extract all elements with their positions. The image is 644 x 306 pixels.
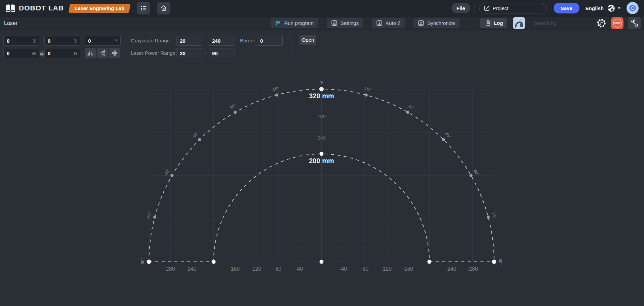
flip-horizontal-icon (87, 50, 94, 56)
center-object-button[interactable] (109, 48, 120, 58)
svg-text:0°: 0° (320, 81, 324, 85)
globe-icon[interactable] (607, 4, 615, 12)
auto-z-icon (376, 20, 383, 26)
svg-text:30°: 30° (407, 104, 415, 111)
file-button[interactable]: File (451, 3, 470, 13)
grayscale-min-field (176, 36, 202, 46)
rotation-field: ° (85, 36, 121, 46)
workspace-canvas[interactable]: 2802401601208040-40-80-120-160-240-28028… (0, 64, 644, 306)
brand-title: DOBOT LAB (19, 4, 64, 12)
grayscale-max-field (209, 36, 235, 46)
language-caret-icon[interactable] (618, 7, 620, 9)
topbar-right: File Project Save English (451, 2, 639, 14)
power-min-input[interactable] (176, 48, 202, 58)
rotation-input[interactable] (85, 36, 121, 46)
svg-text:200 mm: 200 mm (309, 157, 334, 164)
svg-text:-120: -120 (381, 266, 392, 272)
svg-text:40: 40 (297, 266, 303, 272)
flip-vertical-button[interactable] (97, 48, 108, 58)
svg-text:240: 240 (188, 266, 197, 272)
border-label: Border (240, 36, 255, 46)
transform-toolbar: X Y ° W H Gr (0, 30, 644, 64)
open-button[interactable]: Open (299, 35, 316, 45)
width-input[interactable] (3, 48, 39, 58)
log-label: Log (494, 20, 503, 26)
svg-text:45°: 45° (444, 131, 452, 139)
page-title: Laser (4, 20, 17, 26)
list-icon (140, 5, 147, 12)
run-program-button[interactable]: Run program (271, 18, 318, 28)
aspect-lock-icon[interactable] (40, 50, 44, 57)
height-input[interactable] (44, 48, 80, 58)
home-icon (160, 4, 167, 12)
auto-z-button[interactable]: Auto Z (372, 18, 405, 28)
border-input[interactable] (257, 36, 283, 46)
svg-text:-80: -80 (361, 266, 368, 272)
top-bar: DOBOT LAB Laser Engraving Lab File Proje… (0, 0, 644, 16)
height-field: H (44, 48, 80, 58)
grayscale-min-input[interactable] (176, 36, 202, 46)
workspace-list-button[interactable] (137, 2, 150, 14)
auto-z-label: Auto Z (386, 20, 400, 26)
synchronize-button[interactable]: Synchronize (413, 18, 459, 28)
workspace-chart: 2802401601208040-40-80-120-160-240-28028… (0, 64, 644, 306)
x-field: X (3, 36, 39, 46)
project-name-field[interactable]: Project (479, 3, 547, 13)
stop-icon: STOP (612, 17, 623, 29)
svg-text:160: 160 (231, 266, 240, 272)
flip-horizontal-button[interactable] (85, 48, 96, 58)
border-field (257, 36, 283, 46)
svg-text:80: 80 (275, 266, 281, 272)
settings-label: Settings (340, 20, 359, 26)
svg-text:280: 280 (317, 113, 326, 119)
edit-project-icon (484, 5, 490, 11)
svg-text:-90°: -90° (140, 258, 145, 265)
x-input[interactable] (3, 36, 39, 46)
power-max-input[interactable] (209, 48, 235, 58)
svg-text:90°: 90° (498, 259, 502, 265)
language-label[interactable]: English (586, 5, 604, 11)
stop-label: STOP (614, 22, 620, 24)
svg-text:-280: -280 (467, 266, 478, 272)
run-program-label: Run program (284, 20, 314, 26)
svg-text:120: 120 (252, 266, 261, 272)
home-button[interactable] (157, 2, 170, 14)
save-button[interactable]: Save (554, 3, 579, 13)
calibration-gear-icon[interactable] (596, 18, 607, 29)
grayscale-range-label: Grayscale Range (131, 36, 170, 46)
svg-text:75°: 75° (491, 212, 497, 219)
power-separator: - (205, 48, 206, 58)
svg-text:15°: 15° (364, 86, 371, 92)
menubar-divider (471, 18, 471, 28)
robot-arm-button[interactable] (628, 17, 641, 29)
topbar-divider (475, 4, 475, 12)
device-image (513, 17, 525, 29)
module-buttons: Run program Settings Auto Z (271, 18, 459, 28)
app-badge-label: Laser Engraving Lab (75, 5, 124, 11)
flip-vertical-icon (99, 49, 106, 57)
connection-status: Searching (533, 20, 556, 26)
svg-text:320 mm: 320 mm (309, 92, 334, 100)
log-button[interactable]: Log (480, 18, 508, 28)
dobot-account-icon[interactable] (627, 2, 639, 14)
settings-button[interactable]: Settings (327, 18, 363, 28)
svg-text:-240: -240 (446, 266, 456, 272)
emergency-stop-button[interactable]: STOP (611, 17, 623, 29)
svg-text:60°: 60° (473, 168, 480, 176)
module-bar: Laser Run program Settings (0, 16, 644, 30)
power-max-field (209, 48, 235, 58)
power-min-field (176, 48, 202, 58)
svg-text:-160: -160 (402, 266, 413, 272)
dobot-logo-icon (5, 4, 15, 12)
sync-arm-icon (418, 20, 424, 26)
device-controls: STOP (596, 17, 641, 29)
grayscale-max-input[interactable] (209, 36, 235, 46)
svg-text:240: 240 (317, 135, 326, 141)
device-thumbnail[interactable] (513, 17, 525, 29)
y-field: Y (44, 36, 80, 46)
center-object-icon (111, 50, 118, 56)
y-input[interactable] (44, 36, 80, 46)
toolbar-divider (290, 34, 290, 58)
grayscale-separator: - (205, 36, 206, 46)
project-name: Project (493, 5, 509, 11)
